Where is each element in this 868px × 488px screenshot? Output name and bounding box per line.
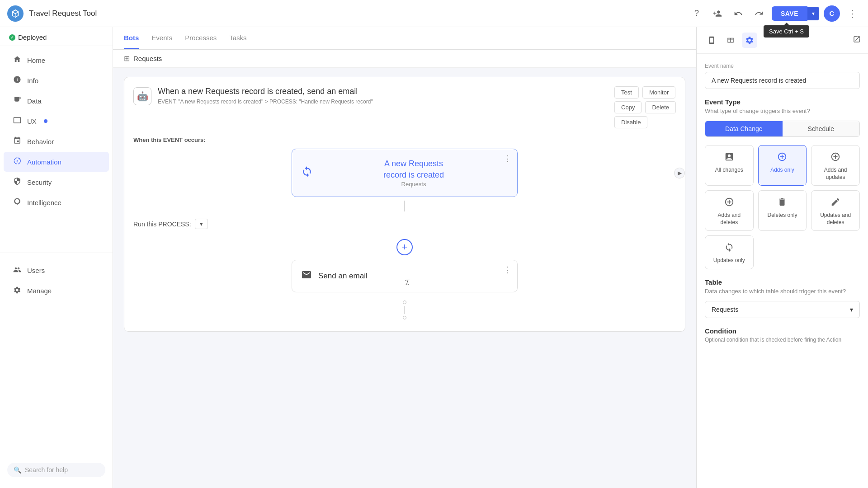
breadcrumb: ⊞ Requests bbox=[113, 50, 696, 68]
change-type-deletes-only[interactable]: Deletes only bbox=[758, 190, 807, 231]
save-button[interactable]: SAVE bbox=[772, 6, 807, 21]
nav-divider bbox=[0, 253, 113, 253]
tab-bots[interactable]: Bots bbox=[124, 28, 139, 49]
card-header: 🤖 When a new Requests record is created,… bbox=[133, 86, 676, 128]
card-actions-row-2: Copy Delete bbox=[614, 101, 676, 113]
redo-button[interactable] bbox=[751, 5, 767, 22]
event-box[interactable]: A new Requests record is created Request… bbox=[292, 149, 518, 197]
ux-dot-indicator bbox=[44, 119, 47, 123]
sidebar-label-behavior: Behavior bbox=[27, 138, 54, 145]
table-section: Table Data changes to which table should… bbox=[705, 278, 860, 318]
sidebar-item-security[interactable]: Security bbox=[4, 172, 109, 192]
info-icon bbox=[13, 75, 22, 85]
kebab-menu-button[interactable]: ⋮ bbox=[844, 6, 861, 21]
test-button[interactable]: Test bbox=[614, 86, 639, 99]
sidebar-item-ux[interactable]: UX bbox=[4, 111, 109, 131]
tail-connector bbox=[133, 298, 676, 322]
manage-icon bbox=[13, 286, 22, 296]
sidebar-item-manage[interactable]: Manage bbox=[4, 281, 109, 301]
process-dropdown-button[interactable]: ▾ bbox=[195, 219, 208, 229]
action-box-container: Send an email 𝓘 ⋮ bbox=[133, 260, 676, 292]
adds-only-label: Adds only bbox=[770, 167, 794, 174]
mobile-view-button[interactable] bbox=[704, 33, 719, 48]
change-type-all-changes[interactable]: All changes bbox=[705, 145, 754, 186]
app-header: Travel Request Tool ? SAVE ▾ Save Ctrl +… bbox=[0, 0, 868, 27]
behavior-icon bbox=[13, 136, 22, 146]
change-type-updates-only[interactable]: Updates only bbox=[705, 235, 754, 269]
help-button[interactable]: ? bbox=[689, 5, 705, 22]
save-tooltip: Save Ctrl + S bbox=[764, 25, 809, 38]
change-type-adds-updates[interactable]: Adds and updates bbox=[811, 145, 860, 186]
layout-view-button[interactable] bbox=[723, 33, 738, 48]
deployed-label: Deployed bbox=[18, 33, 47, 41]
robot-icon: 🤖 bbox=[133, 87, 151, 105]
process-section: Run this PROCESS: ▾ + Send an emai bbox=[133, 219, 676, 322]
app-logo bbox=[7, 5, 24, 22]
sidebar-item-intelligence[interactable]: Intelligence bbox=[4, 192, 109, 212]
sidebar-item-data[interactable]: Data bbox=[4, 91, 109, 111]
table-subtitle: Data changes to which table should trigg… bbox=[705, 288, 860, 295]
security-icon bbox=[13, 177, 22, 187]
canvas-area: 🤖 When a new Requests record is created,… bbox=[113, 68, 696, 488]
tail-dot-2 bbox=[403, 316, 406, 319]
sidebar-label-info: Info bbox=[27, 77, 38, 84]
ux-icon bbox=[13, 116, 22, 126]
event-box-container: A new Requests record is created Request… bbox=[133, 149, 676, 197]
event-box-menu-button[interactable]: ⋮ bbox=[504, 154, 512, 164]
avatar-button[interactable]: C bbox=[824, 5, 840, 22]
cursor-indicator: 𝓘 bbox=[405, 278, 410, 287]
tab-schedule[interactable]: Schedule bbox=[783, 121, 860, 136]
event-title-line1: A new Requests bbox=[319, 158, 508, 169]
add-user-button[interactable] bbox=[709, 5, 726, 22]
action-box[interactable]: Send an email 𝓘 ⋮ bbox=[292, 260, 518, 292]
tab-events[interactable]: Events bbox=[151, 28, 172, 49]
undo-button[interactable] bbox=[730, 5, 746, 22]
event-name-value[interactable]: A new Requests record is created bbox=[705, 72, 860, 89]
copy-button[interactable]: Copy bbox=[614, 101, 642, 113]
disable-button[interactable]: Disable bbox=[614, 116, 647, 128]
event-label: When this EVENT occurs: bbox=[133, 136, 676, 143]
delete-button[interactable]: Delete bbox=[645, 101, 676, 113]
change-type-updates-deletes[interactable]: Updates and deletes bbox=[811, 190, 860, 231]
tail-line bbox=[404, 306, 405, 314]
action-menu-button[interactable]: ⋮ bbox=[504, 265, 512, 275]
monitor-button[interactable]: Monitor bbox=[642, 86, 675, 99]
sidebar-item-behavior[interactable]: Behavior bbox=[4, 131, 109, 151]
intelligence-icon bbox=[13, 197, 22, 207]
card-actions: Test Monitor Copy Delete Disable bbox=[614, 86, 676, 128]
event-name-field: Event name A new Requests record is crea… bbox=[705, 63, 860, 89]
rp-toolbar-icons bbox=[704, 33, 757, 48]
main-layout: Deployed Home Info Data bbox=[0, 27, 868, 488]
add-step-button[interactable]: + bbox=[396, 239, 413, 255]
event-label-suffix: occurs: bbox=[183, 136, 206, 143]
change-type-adds-deletes[interactable]: Adds and deletes bbox=[705, 190, 754, 231]
external-link-button[interactable] bbox=[853, 35, 861, 46]
event-box-text-block: A new Requests record is created Request… bbox=[319, 158, 508, 188]
settings-view-button[interactable] bbox=[742, 33, 757, 48]
automation-card: 🤖 When a new Requests record is created,… bbox=[124, 77, 685, 332]
table-dropdown[interactable]: Requests ▾ bbox=[705, 301, 860, 318]
search-icon: 🔍 bbox=[14, 466, 21, 474]
sidebar-label-ux: UX bbox=[27, 117, 37, 125]
sidebar-item-automation[interactable]: Automation bbox=[4, 152, 109, 172]
event-type-title: Event Type bbox=[705, 98, 860, 106]
save-dropdown-button[interactable]: ▾ bbox=[807, 7, 819, 20]
sidebar-item-info[interactable]: Info bbox=[4, 70, 109, 90]
tab-processes[interactable]: Processes bbox=[185, 28, 217, 49]
card-title-block: When a new Requests record is created, s… bbox=[158, 86, 608, 105]
table-value: Requests bbox=[712, 306, 738, 313]
change-type-adds-only[interactable]: Adds only bbox=[758, 145, 807, 186]
search-help-label: Search for help bbox=[25, 466, 68, 474]
tab-tasks[interactable]: Tasks bbox=[229, 28, 246, 49]
sidebar-item-home[interactable]: Home bbox=[4, 50, 109, 70]
adds-deletes-icon bbox=[724, 197, 734, 209]
search-help-input[interactable]: 🔍 Search for help bbox=[7, 463, 105, 477]
breadcrumb-icon: ⊞ bbox=[124, 54, 130, 63]
updates-only-label: Updates only bbox=[713, 257, 745, 264]
tab-data-change[interactable]: Data Change bbox=[705, 121, 783, 136]
event-label-prefix: When this bbox=[133, 136, 163, 143]
add-step-container: + bbox=[133, 235, 676, 260]
sidebar-item-users[interactable]: Users bbox=[4, 261, 109, 281]
updates-deletes-label: Updates and deletes bbox=[815, 212, 856, 226]
collapse-toggle[interactable]: ▶ bbox=[674, 168, 685, 178]
